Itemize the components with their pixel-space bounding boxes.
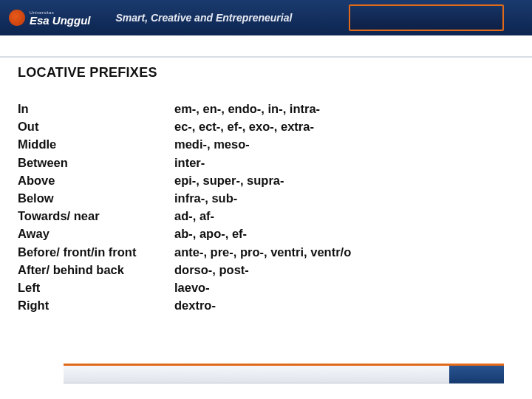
prefix-cell: infra-, sub- xyxy=(174,189,514,207)
brand-name: Esa Unggul xyxy=(30,15,91,26)
term-cell: In xyxy=(18,100,161,117)
prefix-cell: medi-, meso- xyxy=(174,135,514,153)
term-cell: Middle xyxy=(18,135,161,153)
prefixes-column: em-, en-, endo-, in-, intra- ec-, ect-, … xyxy=(174,100,514,314)
term-cell: Left xyxy=(18,279,161,296)
term-cell: Below xyxy=(18,189,161,207)
brand-logo: Universitas Esa Unggul xyxy=(9,10,91,26)
slide-footer xyxy=(0,364,532,389)
prefix-cell: em-, en-, endo-, in-, intra- xyxy=(174,100,514,117)
footer-bar xyxy=(64,364,468,389)
term-cell: Out xyxy=(18,117,161,135)
page-title: LOCATIVE PREFIXES xyxy=(18,65,514,81)
footer-blue-tab xyxy=(449,364,504,383)
term-cell: Between xyxy=(18,154,161,171)
slide-header: Universitas Esa Unggul Smart, Creative a… xyxy=(0,0,532,35)
prefix-cell: ad-, af- xyxy=(174,207,514,225)
term-cell: Towards/ near xyxy=(18,207,161,225)
globe-icon xyxy=(9,10,25,26)
prefix-cell: epi-, super-, supra- xyxy=(174,171,514,189)
term-cell: Right xyxy=(18,296,161,314)
slide-content: LOCATIVE PREFIXES In Out Middle Between … xyxy=(0,58,532,314)
footer-body xyxy=(64,366,468,383)
prefix-cell: dorso-, post- xyxy=(174,261,514,279)
term-cell: Away xyxy=(18,225,161,242)
term-cell: Above xyxy=(18,171,161,189)
brand-tagline: Smart, Creative and Entrepreneurial xyxy=(116,12,293,24)
prefix-cell: ab-, apo-, ef- xyxy=(174,225,514,242)
header-accent-box xyxy=(349,4,504,31)
term-cell: Before/ front/in front xyxy=(18,243,161,261)
prefix-cell: ec-, ect-, ef-, exo-, extra- xyxy=(174,117,514,135)
term-cell: After/ behind back xyxy=(18,261,161,279)
prefix-cell: dextro- xyxy=(174,296,514,314)
prefix-table: In Out Middle Between Above Below Toward… xyxy=(18,100,514,314)
prefix-cell: ante-, pre-, pro-, ventri, ventr/o xyxy=(174,243,514,261)
brand-text: Universitas Esa Unggul xyxy=(30,10,91,26)
terms-column: In Out Middle Between Above Below Toward… xyxy=(18,100,161,314)
prefix-cell: laevo- xyxy=(174,279,514,296)
prefix-cell: inter- xyxy=(174,154,514,171)
